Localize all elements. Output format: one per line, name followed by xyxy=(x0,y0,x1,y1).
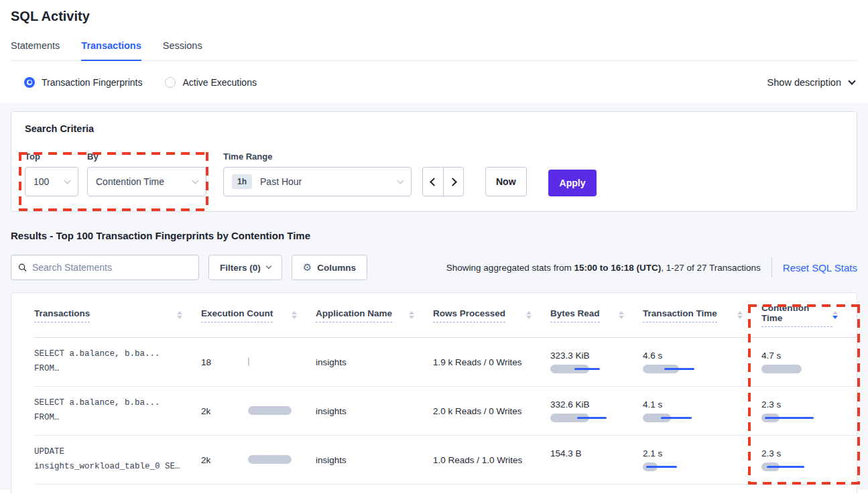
column-header-execution-count[interactable]: Execution Count xyxy=(201,308,316,322)
sort-icon[interactable] xyxy=(292,311,297,319)
sort-icon[interactable] xyxy=(409,311,414,319)
contention-time-bar xyxy=(761,414,835,423)
radio-active-executions[interactable]: Active Executions xyxy=(165,77,257,88)
radio-unselected-icon[interactable] xyxy=(165,77,176,88)
search-statements-box[interactable] xyxy=(11,255,199,280)
search-criteria-heading: Search Criteria xyxy=(25,123,843,134)
execution-count-cell: 2k xyxy=(201,455,316,465)
column-header-contention-time[interactable]: Contention Time xyxy=(761,303,857,327)
bytes-read-cell: 332.6 KiB xyxy=(550,399,643,423)
results-heading: Results - Top 100 Transaction Fingerprin… xyxy=(11,230,857,241)
by-select[interactable]: Contention Time xyxy=(87,167,206,196)
sort-icon[interactable] xyxy=(177,311,182,319)
page-header: SQL Activity Statements Transactions Ses… xyxy=(0,0,868,61)
transaction-fingerprint-link[interactable]: SELECT a.balance, b.ba... FROM… xyxy=(34,347,201,377)
tab-bar: Statements Transactions Sessions xyxy=(11,40,857,61)
top-label: Top xyxy=(25,151,78,162)
bytes-read-bar xyxy=(550,365,624,374)
results-table-card: Transactions Execution Count Application… xyxy=(11,292,857,493)
previous-time-button[interactable] xyxy=(423,168,443,196)
sort-icon[interactable] xyxy=(619,311,624,319)
execution-count-bar xyxy=(248,406,316,416)
radio-selected-icon[interactable] xyxy=(24,77,35,88)
sort-icon[interactable] xyxy=(737,311,743,319)
chevron-left-icon xyxy=(430,178,438,186)
content-area: Search Criteria Top 100 By Contention Ti… xyxy=(0,103,868,490)
transaction-time-bar xyxy=(643,462,717,472)
bytes-read-cell: 154.3 B xyxy=(550,448,643,472)
results-toolbar: Filters (0) ⚙ Columns Showing aggregated… xyxy=(11,255,857,280)
tab-transactions[interactable]: Transactions xyxy=(81,40,141,61)
bytes-read-bar xyxy=(550,414,624,423)
chevron-down-icon xyxy=(266,263,271,269)
rows-processed-cell: 1.0 Reads / 1.0 Writes xyxy=(433,455,550,465)
chevron-down-icon xyxy=(64,178,71,184)
by-select-value: Contention Time xyxy=(96,176,164,187)
reset-sql-stats-link[interactable]: Reset SQL Stats xyxy=(783,262,857,273)
search-icon xyxy=(18,263,27,272)
search-criteria-card: Search Criteria Top 100 By Contention Ti… xyxy=(11,111,857,212)
now-button[interactable]: Now xyxy=(485,167,527,196)
transaction-time-cell: 4.1 s xyxy=(643,399,761,423)
top-field: Top 100 xyxy=(25,151,78,196)
contention-time-cell: 2.3 s xyxy=(761,448,857,472)
time-range-label: Time Range xyxy=(223,151,412,162)
table-row: SELECT a.balance, b.ba... FROM… 18 insig… xyxy=(34,338,857,387)
rows-processed-cell: 2.0 k Reads / 0 Writes xyxy=(433,406,550,416)
time-shift-buttons xyxy=(422,167,464,196)
gear-icon: ⚙ xyxy=(303,261,312,273)
bytes-read-cell: 323.3 KiB xyxy=(550,351,643,374)
contention-time-cell: 4.7 s xyxy=(761,351,857,374)
chevron-down-icon xyxy=(848,77,855,84)
application-name-cell: insights xyxy=(316,357,433,367)
by-label: By xyxy=(87,151,206,162)
columns-label: Columns xyxy=(317,263,356,273)
chevron-right-icon xyxy=(448,178,457,186)
by-field: By Contention Time xyxy=(87,151,206,196)
time-range-value: Past Hour xyxy=(260,176,302,187)
execution-count-cell: 2k xyxy=(201,406,316,416)
time-range-field: Time Range 1h Past Hour xyxy=(223,151,412,196)
aggregated-stats-text: Showing aggregated stats from 15:00 to 1… xyxy=(446,263,761,273)
radio-label: Active Executions xyxy=(182,77,257,88)
execution-count-bar xyxy=(248,455,316,464)
column-header-application-name[interactable]: Application Name xyxy=(316,308,433,322)
page-title: SQL Activity xyxy=(11,9,857,24)
top-select-value: 100 xyxy=(34,176,49,187)
view-toggle-bar: Transaction Fingerprints Active Executio… xyxy=(0,61,868,103)
application-name-cell: insights xyxy=(316,406,433,416)
time-range-badge: 1h xyxy=(232,174,252,189)
column-header-bytes-read[interactable]: Bytes Read xyxy=(550,308,643,322)
column-header-transactions[interactable]: Transactions xyxy=(34,308,201,322)
search-statements-input[interactable] xyxy=(32,262,192,273)
radio-transaction-fingerprints[interactable]: Transaction Fingerprints xyxy=(24,77,142,88)
transaction-time-cell: 2.1 s xyxy=(643,448,761,472)
column-header-transaction-time[interactable]: Transaction Time xyxy=(643,308,761,322)
execution-count-cell: 18 xyxy=(201,357,316,367)
contention-time-bar xyxy=(761,365,835,374)
table-row: UPDATE insights_workload_table_0 SE… 2k … xyxy=(34,436,857,485)
apply-button[interactable]: Apply xyxy=(548,170,597,196)
sort-icon-descending-active[interactable] xyxy=(832,311,838,319)
transaction-time-bar xyxy=(643,365,717,374)
radio-label: Transaction Fingerprints xyxy=(42,77,142,88)
contention-time-cell: 2.3 s xyxy=(761,399,857,423)
top-select[interactable]: 100 xyxy=(25,167,78,196)
show-description-toggle[interactable]: Show description xyxy=(767,77,855,88)
chevron-down-icon xyxy=(192,178,199,184)
execution-count-bar xyxy=(248,357,316,367)
filters-button[interactable]: Filters (0) xyxy=(208,255,282,280)
sort-icon[interactable] xyxy=(526,311,532,319)
tab-statements[interactable]: Statements xyxy=(11,40,60,60)
tab-sessions[interactable]: Sessions xyxy=(163,40,202,60)
columns-button[interactable]: ⚙ Columns xyxy=(292,255,367,280)
transaction-time-cell: 4.6 s xyxy=(643,351,761,374)
transaction-fingerprint-link[interactable]: SELECT a.balance, b.ba... FROM… xyxy=(34,396,201,426)
bytes-read-bar xyxy=(550,462,624,472)
next-time-button[interactable] xyxy=(443,168,463,196)
transaction-time-bar xyxy=(643,414,717,423)
column-header-rows-processed[interactable]: Rows Processed xyxy=(433,308,550,322)
vertical-divider xyxy=(771,257,772,277)
time-range-select[interactable]: 1h Past Hour xyxy=(223,167,412,196)
transaction-fingerprint-link[interactable]: UPDATE insights_workload_table_0 SE… xyxy=(34,445,201,475)
